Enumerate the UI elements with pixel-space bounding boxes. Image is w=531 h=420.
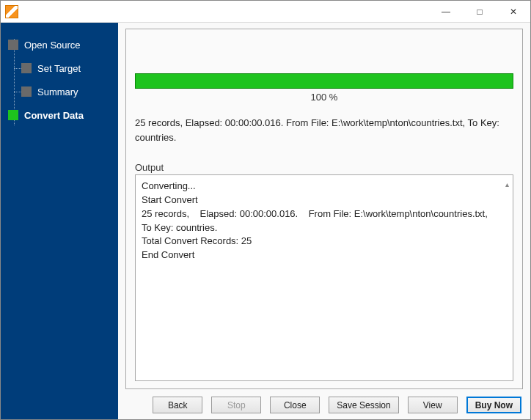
- button-bar: Back Stop Close Save Session View Buy No…: [125, 397, 523, 413]
- buy-now-button[interactable]: Buy Now: [466, 397, 521, 413]
- sidebar-item-convert-data[interactable]: Convert Data: [1, 103, 118, 127]
- sidebar-item-label: Set Target: [37, 63, 81, 74]
- close-button[interactable]: Close: [270, 397, 320, 413]
- step-icon: [21, 86, 32, 97]
- sidebar-item-open-source[interactable]: Open Source: [1, 33, 118, 56]
- status-text: 25 records, Elapsed: 00:00:00.016. From …: [135, 116, 513, 144]
- output-label: Output: [135, 162, 513, 173]
- minimize-button[interactable]: —: [429, 1, 463, 23]
- view-button[interactable]: View: [408, 397, 458, 413]
- stop-button: Stop: [211, 397, 261, 413]
- output-textarea[interactable]: Converting... Start Convert 25 records, …: [135, 174, 513, 381]
- titlebar: — □ ✕: [1, 1, 530, 23]
- scroll-up-icon[interactable]: ▴: [505, 180, 511, 185]
- main-panel: 100 % 25 records, Elapsed: 00:00:00.016.…: [118, 23, 530, 420]
- sidebar-item-label: Open Source: [24, 40, 81, 51]
- maximize-button[interactable]: □: [463, 1, 497, 23]
- content-box: 100 % 25 records, Elapsed: 00:00:00.016.…: [125, 29, 523, 389]
- save-session-button[interactable]: Save Session: [329, 397, 398, 413]
- sidebar-item-summary[interactable]: Summary: [1, 80, 118, 103]
- sidebar-item-label: Convert Data: [24, 110, 84, 121]
- sidebar-item-set-target[interactable]: Set Target: [1, 56, 118, 80]
- app-icon: [5, 5, 18, 18]
- progress-percent: 100 %: [135, 92, 513, 103]
- close-window-button[interactable]: ✕: [497, 1, 530, 23]
- sidebar: Open Source Set Target Summary Convert D…: [1, 23, 118, 420]
- back-button[interactable]: Back: [153, 397, 202, 413]
- step-icon-active: [8, 110, 18, 120]
- sidebar-item-label: Summary: [37, 86, 78, 97]
- step-icon: [8, 40, 18, 50]
- progress-bar: [135, 73, 513, 89]
- step-icon: [21, 63, 32, 73]
